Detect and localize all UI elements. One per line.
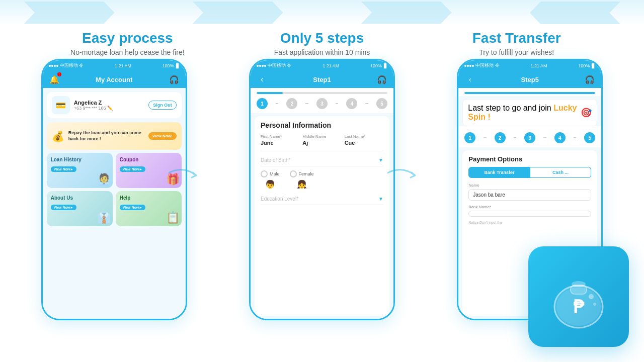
progress-bar-wrap <box>257 92 387 94</box>
gender-female-radio[interactable] <box>290 170 297 177</box>
form-divider-1 <box>261 151 383 151</box>
step3-dot-5: 5 <box>584 132 595 143</box>
connector-4-5 <box>365 103 368 104</box>
bank-transfer-tab[interactable]: Bank Transfer <box>468 167 530 178</box>
back-icon-2[interactable]: ‹ <box>257 74 268 85</box>
female-icon: 👧 <box>297 179 307 189</box>
lucky-spin-banner: Last step to go and join Lucky Spin ! 🎯 <box>462 99 597 126</box>
step-dots-3: 1 2 3 4 5 <box>464 132 595 143</box>
coupon-btn[interactable]: View Now► <box>120 166 145 172</box>
feature-fast-transfer-subtitle: Try to fulfill your wishes! <box>479 48 554 56</box>
about-us-card[interactable]: About Us View Now► 👔 <box>47 191 113 226</box>
headset-icon[interactable]: 🎧 <box>169 74 180 85</box>
phone-content-1: 💳 Angelica Z +63 9*** *** 166 ✏️ Sign Ou… <box>43 88 186 319</box>
step-dot-5: 5 <box>376 98 387 109</box>
headset-icon-3[interactable]: 🎧 <box>584 74 595 85</box>
status-right-2: 100% ▊ <box>370 63 387 68</box>
gender-male[interactable]: Male 👦 <box>261 170 280 189</box>
name-field-label: Name <box>468 183 591 188</box>
signal-dot2-3 <box>262 65 264 67</box>
bank-field-group: Bank Name* <box>468 205 591 217</box>
promo-icon: 💰 <box>52 130 64 142</box>
profile-info: Angelica Z +63 9*** *** 166 ✏️ <box>74 100 145 111</box>
signal-dot3-4 <box>472 65 474 67</box>
bank-field-input[interactable] <box>468 211 591 217</box>
gender-female-label: Female <box>299 171 314 176</box>
step3-connector-2 <box>514 137 517 138</box>
nav-bar-3: ‹ Step5 🎧 <box>458 71 601 88</box>
middle-name-label: Middle Name <box>302 134 341 139</box>
male-icon: 👦 <box>265 179 275 189</box>
education-picker[interactable]: Education Level* ▼ <box>261 193 383 205</box>
feature-easy-process-subtitle: No-mortage loan help cease the fire! <box>70 48 184 56</box>
gender-male-radio[interactable] <box>261 170 268 177</box>
step-dot-1: 1 <box>257 98 268 109</box>
last-name-value[interactable]: Cue <box>345 140 383 146</box>
gender-male-label: Male <box>270 171 280 176</box>
battery-icon-1: ▊ <box>176 63 180 68</box>
signal-dot-2 <box>51 65 53 67</box>
first-name-label: First Name* <box>261 134 299 139</box>
step3-connector-1 <box>484 137 487 138</box>
name-field-group: Name Jason ba bare <box>468 183 591 201</box>
last-name-group: Last Name* Cue <box>345 134 383 146</box>
menu-grid: Loan History View Now► 🧑‍💼 Coupon View N… <box>47 153 182 226</box>
gender-male-row: Male <box>261 170 280 177</box>
signal-dot2-4 <box>264 65 266 67</box>
connector-2-3 <box>305 103 308 104</box>
status-right-3: 100% ▊ <box>578 63 595 68</box>
name-field-input[interactable]: Jason ba bare <box>468 189 591 201</box>
spin-icon: 🎯 <box>581 107 592 118</box>
loan-history-image: 🧑‍💼 <box>97 173 111 186</box>
gender-female[interactable]: Female 👧 <box>290 170 314 189</box>
carrier-3: 中国移动 令 <box>475 62 500 69</box>
phone-frame-1: 中国移动 令 1:21 AM 100% ▊ 🔔 1 My Account <box>41 59 187 320</box>
view-now-button[interactable]: View Now! <box>148 132 177 140</box>
connector-3-4 <box>336 103 339 104</box>
bank-field-label: Bank Name* <box>468 205 591 209</box>
education-dropdown-icon: ▼ <box>378 196 383 202</box>
loan-history-btn[interactable]: View Now► <box>51 166 76 172</box>
svg-point-3 <box>572 281 586 287</box>
first-name-value[interactable]: June <box>261 140 299 146</box>
lucky-spin-text: Last step to go and join Lucky Spin ! <box>468 104 581 122</box>
sign-out-button[interactable]: Sign Out <box>148 101 177 110</box>
battery-2: 100% <box>370 63 382 68</box>
time-3: 1:21 AM <box>531 63 547 68</box>
money-bag-logo: ₱ <box>528 246 629 347</box>
form-title: Personal Information <box>261 121 383 129</box>
edit-icon[interactable]: ✏️ <box>107 106 113 111</box>
signal-dot2-1 <box>257 65 259 67</box>
status-left-2: 中国移动 令 <box>257 62 292 69</box>
step3-dot-2: 2 <box>495 132 506 143</box>
phone-my-account: 中国移动 令 1:21 AM 100% ▊ 🔔 1 My Account <box>41 59 187 320</box>
about-us-btn[interactable]: View Now► <box>51 205 76 210</box>
status-bar-3: 中国移动 令 1:21 AM 100% ▊ <box>458 60 601 71</box>
arrow-2-3 <box>387 165 418 188</box>
step3-dot-4: 4 <box>554 132 566 143</box>
signal-dot3-2 <box>467 65 469 67</box>
bell-symbol: 🔔 <box>49 75 59 84</box>
middle-name-value[interactable]: Aj <box>302 140 341 146</box>
headset-icon-2[interactable]: 🎧 <box>376 74 387 85</box>
help-card[interactable]: Help View Now► 📋 <box>116 191 182 226</box>
features-row: Easy process No-mortage loan help cease … <box>0 25 644 59</box>
status-dots-1 <box>49 65 58 67</box>
help-btn[interactable]: View Now► <box>120 205 145 210</box>
stripe-arrow-right <box>530 2 620 24</box>
bell-icon[interactable]: 🔔 1 <box>49 74 60 85</box>
dob-picker[interactable]: Date of Birth* ▼ <box>261 154 383 166</box>
back-icon-3[interactable]: ‹ <box>464 74 475 85</box>
carrier-1: 中国移动 令 <box>60 62 84 69</box>
cash-tab[interactable]: Cash ... <box>530 167 592 178</box>
loan-history-card[interactable]: Loan History View Now► 🧑‍💼 <box>47 153 113 188</box>
signal-dot-1 <box>49 65 51 67</box>
feature-fast-transfer-title: Fast Transfer <box>472 30 561 46</box>
stripe-arrow-left <box>24 2 115 24</box>
status-dots-3 <box>464 65 474 67</box>
phone-content-2: 1 2 3 4 5 Personal Inform <box>251 88 393 319</box>
avatar: 💳 <box>52 96 70 114</box>
step3-connector-3 <box>543 137 546 138</box>
profile-phone: +63 9*** *** 166 ✏️ <box>74 106 145 111</box>
step-dot-2: 2 <box>286 98 297 109</box>
